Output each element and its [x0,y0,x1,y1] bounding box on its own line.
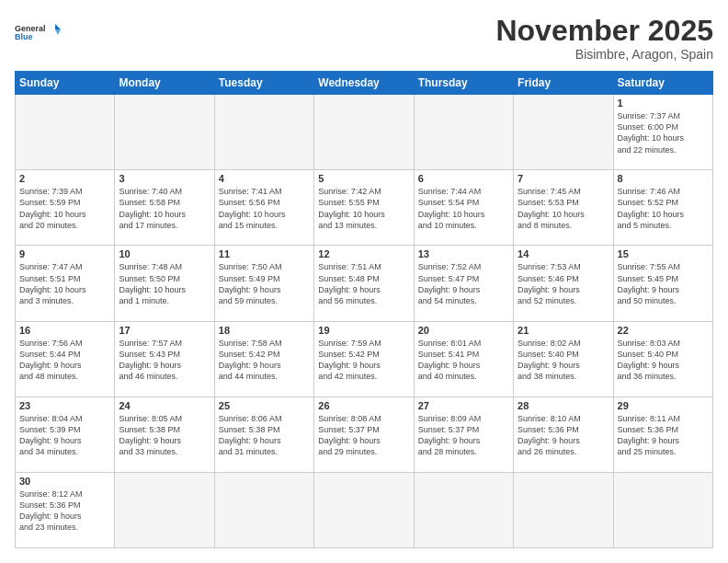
day-number: 7 [518,173,609,184]
table-row [414,95,513,170]
svg-text:Blue: Blue [15,32,33,41]
table-row: 1Sunrise: 7:37 AM Sunset: 6:00 PM Daylig… [613,95,712,170]
table-row [214,472,313,547]
calendar-row: 23Sunrise: 8:04 AM Sunset: 5:39 PM Dayli… [16,396,713,472]
day-info: Sunrise: 7:37 AM Sunset: 6:00 PM Dayligh… [618,110,709,155]
table-row: 7Sunrise: 7:45 AM Sunset: 5:53 PM Daylig… [514,170,613,246]
table-row: 13Sunrise: 7:52 AM Sunset: 5:47 PM Dayli… [414,246,513,321]
svg-marker-2 [55,24,61,29]
svg-text:General: General [15,24,46,33]
day-info: Sunrise: 7:58 AM Sunset: 5:42 PM Dayligh… [219,338,310,383]
table-row [115,95,214,170]
table-row: 25Sunrise: 8:06 AM Sunset: 5:38 PM Dayli… [214,396,313,472]
day-number: 27 [418,400,509,411]
day-number: 26 [318,400,409,411]
day-info: Sunrise: 7:57 AM Sunset: 5:43 PM Dayligh… [119,338,210,383]
day-info: Sunrise: 7:39 AM Sunset: 5:59 PM Dayligh… [19,186,110,231]
day-number: 24 [119,400,210,411]
day-number: 5 [318,173,409,184]
day-info: Sunrise: 7:48 AM Sunset: 5:50 PM Dayligh… [119,261,210,306]
day-number: 15 [618,248,709,259]
day-number: 13 [418,248,509,259]
table-row: 30Sunrise: 8:12 AM Sunset: 5:36 PM Dayli… [16,472,115,547]
col-wednesday: Wednesday [314,72,414,95]
table-row: 14Sunrise: 7:53 AM Sunset: 5:46 PM Dayli… [514,246,613,321]
day-info: Sunrise: 8:08 AM Sunset: 5:37 PM Dayligh… [318,413,409,458]
day-number: 29 [618,400,709,411]
col-sunday: Sunday [16,72,115,95]
table-row: 11Sunrise: 7:50 AM Sunset: 5:49 PM Dayli… [214,246,313,321]
day-info: Sunrise: 7:42 AM Sunset: 5:55 PM Dayligh… [318,186,409,231]
day-info: Sunrise: 8:06 AM Sunset: 5:38 PM Dayligh… [219,413,310,458]
day-info: Sunrise: 7:59 AM Sunset: 5:42 PM Dayligh… [318,338,409,383]
table-row: 15Sunrise: 7:55 AM Sunset: 5:45 PM Dayli… [613,246,712,321]
day-number: 2 [19,173,110,184]
table-row: 10Sunrise: 7:48 AM Sunset: 5:50 PM Dayli… [115,246,214,321]
table-row: 22Sunrise: 8:03 AM Sunset: 5:40 PM Dayli… [613,321,712,396]
calendar-header-row: Sunday Monday Tuesday Wednesday Thursday… [16,72,713,95]
day-info: Sunrise: 8:02 AM Sunset: 5:40 PM Dayligh… [518,338,609,383]
day-info: Sunrise: 7:50 AM Sunset: 5:49 PM Dayligh… [219,261,310,306]
table-row: 6Sunrise: 7:44 AM Sunset: 5:54 PM Daylig… [414,170,513,246]
day-info: Sunrise: 8:01 AM Sunset: 5:41 PM Dayligh… [418,338,509,383]
table-row [314,95,414,170]
table-row [514,472,613,547]
table-row: 27Sunrise: 8:09 AM Sunset: 5:37 PM Dayli… [414,396,513,472]
table-row: 5Sunrise: 7:42 AM Sunset: 5:55 PM Daylig… [314,170,414,246]
table-row: 8Sunrise: 7:46 AM Sunset: 5:52 PM Daylig… [613,170,712,246]
day-number: 28 [518,400,609,411]
day-number: 17 [119,325,210,336]
table-row [514,95,613,170]
header: General Blue November 2025 Bisimbre, Ara… [15,15,713,62]
day-info: Sunrise: 7:40 AM Sunset: 5:58 PM Dayligh… [119,186,210,231]
day-number: 23 [19,400,110,411]
table-row: 23Sunrise: 8:04 AM Sunset: 5:39 PM Dayli… [16,396,115,472]
day-number: 1 [618,98,709,109]
day-number: 6 [418,173,509,184]
day-number: 9 [19,248,110,259]
table-row: 17Sunrise: 7:57 AM Sunset: 5:43 PM Dayli… [115,321,214,396]
day-info: Sunrise: 8:05 AM Sunset: 5:38 PM Dayligh… [119,413,210,458]
day-info: Sunrise: 7:52 AM Sunset: 5:47 PM Dayligh… [418,261,509,306]
day-number: 10 [119,248,210,259]
day-number: 16 [19,325,110,336]
table-row: 19Sunrise: 7:59 AM Sunset: 5:42 PM Dayli… [314,321,414,396]
table-row: 18Sunrise: 7:58 AM Sunset: 5:42 PM Dayli… [214,321,313,396]
day-number: 19 [318,325,409,336]
table-row [414,472,513,547]
day-info: Sunrise: 7:55 AM Sunset: 5:45 PM Dayligh… [618,261,709,306]
calendar-row: 9Sunrise: 7:47 AM Sunset: 5:51 PM Daylig… [16,246,713,321]
logo: General Blue [15,15,65,50]
day-info: Sunrise: 8:09 AM Sunset: 5:37 PM Dayligh… [418,413,509,458]
day-info: Sunrise: 7:44 AM Sunset: 5:54 PM Dayligh… [418,186,509,231]
day-info: Sunrise: 7:41 AM Sunset: 5:56 PM Dayligh… [219,186,310,231]
table-row: 21Sunrise: 8:02 AM Sunset: 5:40 PM Dayli… [514,321,613,396]
table-row [314,472,414,547]
svg-marker-3 [55,29,61,35]
day-info: Sunrise: 7:53 AM Sunset: 5:46 PM Dayligh… [518,261,609,306]
calendar-row: 30Sunrise: 8:12 AM Sunset: 5:36 PM Dayli… [16,472,713,547]
calendar-table: Sunday Monday Tuesday Wednesday Thursday… [15,71,713,548]
day-info: Sunrise: 8:10 AM Sunset: 5:36 PM Dayligh… [518,413,609,458]
month-title: November 2025 [495,15,713,47]
day-number: 3 [119,173,210,184]
calendar-row: 1Sunrise: 7:37 AM Sunset: 6:00 PM Daylig… [16,95,713,170]
page: General Blue November 2025 Bisimbre, Ara… [0,0,728,563]
day-number: 12 [318,248,409,259]
day-info: Sunrise: 8:12 AM Sunset: 5:36 PM Dayligh… [19,488,110,534]
location: Bisimbre, Aragon, Spain [495,47,713,62]
table-row: 24Sunrise: 8:05 AM Sunset: 5:38 PM Dayli… [115,396,214,472]
table-row: 9Sunrise: 7:47 AM Sunset: 5:51 PM Daylig… [16,246,115,321]
table-row [115,472,214,547]
day-info: Sunrise: 7:51 AM Sunset: 5:48 PM Dayligh… [318,261,409,306]
col-friday: Friday [514,72,613,95]
day-info: Sunrise: 8:11 AM Sunset: 5:36 PM Dayligh… [618,413,709,458]
table-row: 3Sunrise: 7:40 AM Sunset: 5:58 PM Daylig… [115,170,214,246]
day-info: Sunrise: 7:46 AM Sunset: 5:52 PM Dayligh… [618,186,709,231]
day-info: Sunrise: 7:45 AM Sunset: 5:53 PM Dayligh… [518,186,609,231]
day-number: 8 [618,173,709,184]
day-number: 22 [618,325,709,336]
table-row: 26Sunrise: 8:08 AM Sunset: 5:37 PM Dayli… [314,396,414,472]
col-thursday: Thursday [414,72,513,95]
table-row [214,95,313,170]
